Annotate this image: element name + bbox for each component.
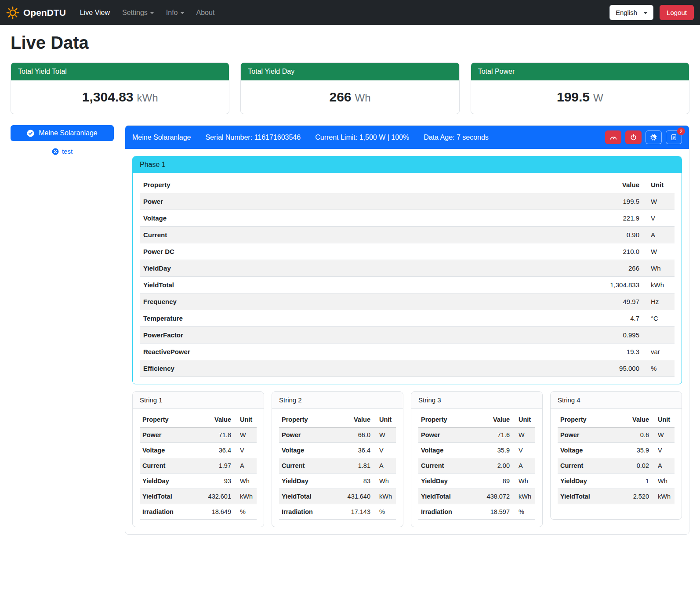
cell-property: YieldDay [418,474,481,489]
nav-info[interactable]: Info [160,5,190,20]
card-total-yield-day: Total Yield Day 266Wh [240,62,459,114]
cell-property: YieldTotal [140,489,202,504]
cell-value: 19.3 [590,344,643,360]
table-row: YieldTotal432.601kWh [140,489,257,504]
cell-unit: A [652,458,675,474]
content-row: Meine Solaranlage test Meine Solaranlage… [11,125,689,535]
sidebar-item-test[interactable]: test [11,148,114,155]
event-log-button[interactable]: 2 [666,130,682,144]
cell-unit: % [373,504,396,520]
nav-about[interactable]: About [190,5,221,20]
cell-property: PowerFactor [140,327,590,344]
inverter-panel-body: Phase 1 Property Value Unit Power199.5WV… [125,149,689,534]
cell-property: Voltage [279,443,341,458]
card-unit: kWh [137,92,158,104]
table-row: Current1.81A [279,458,396,474]
cell-property: YieldTotal [140,277,590,293]
table-row: YieldDay89Wh [418,474,535,489]
cell-unit: kWh [643,277,675,293]
cell-value: 1.97 [202,458,234,474]
table-row: Irradiation18.597% [418,504,535,520]
power-button[interactable] [625,130,642,144]
header-property: Property [140,177,590,193]
card-body: 1,304.83kWh [11,80,229,114]
cell-property: YieldTotal [279,489,341,504]
cell-unit: Wh [373,474,396,489]
string-4-title: String 4 [551,392,682,409]
cell-property: Power [418,427,481,443]
limit-settings-button[interactable] [605,130,621,144]
table-row: Current1.97A [140,458,257,474]
cell-value: 266 [590,260,643,277]
cell-property: Power [140,193,590,210]
cell-unit: Hz [643,293,675,310]
header-value: Value [341,412,373,427]
page-title: Live Data [11,33,689,53]
cell-value: 199.5 [590,193,643,210]
cell-value: 36.4 [202,443,234,458]
brand[interactable]: OpenDTU [6,6,66,19]
cell-unit: kWh [512,489,535,504]
table-row: YieldTotal431.640kWh [279,489,396,504]
header-value: Value [590,177,643,193]
cell-value: 49.97 [590,293,643,310]
header-value: Value [620,412,652,427]
cell-value: 71.6 [481,427,512,443]
cell-unit: W [373,427,396,443]
header-value: Value [481,412,512,427]
cell-unit: W [234,427,257,443]
cell-property: Voltage [140,210,590,227]
journal-icon [670,134,678,141]
cell-property: YieldDay [140,260,590,277]
cell-property: Temperature [140,310,590,327]
table-row: Power71.6W [418,427,535,443]
card-value: 266 [329,90,351,104]
string-3-card: String 3 Property Value Unit Power71.6WV… [411,391,543,527]
header-property: Property [140,412,202,427]
cell-property: Efficiency [140,360,590,377]
cell-value: 0.995 [590,327,643,344]
cell-property: Current [140,458,202,474]
table-row: Voltage35.9V [418,443,535,458]
table-row: Power0.6W [558,427,675,443]
table-row: Power199.5W [140,193,675,210]
nav-settings[interactable]: Settings [116,5,160,20]
inverter-panel: Meine Solaranlage Serial Number: 1161716… [125,125,689,535]
header-value: Value [202,412,234,427]
restart-button[interactable] [646,130,662,144]
string-4-table: Property Value Unit Power0.6WVoltage35.9… [558,412,675,504]
language-value: English [616,9,637,16]
cell-value: 35.9 [481,443,512,458]
language-select[interactable]: English [609,5,653,20]
check-circle-icon [27,130,34,137]
table-row: Temperature4.7°C [140,310,675,327]
cell-value: 93 [202,474,234,489]
cell-unit: % [512,504,535,520]
cell-property: Power [279,427,341,443]
cell-property: YieldTotal [418,489,481,504]
cpu-icon [650,134,657,141]
logout-button[interactable]: Logout [660,5,694,20]
inverter-limit: Current Limit: 1,500 W | 100% [315,134,409,141]
card-unit: W [593,92,603,104]
cell-value: 0.90 [590,227,643,243]
card-unit: Wh [355,92,371,104]
sidebar-item-meine-solaranlage[interactable]: Meine Solaranlage [11,125,114,141]
chevron-down-icon [150,12,154,14]
cell-unit: °C [643,310,675,327]
nav-live-view[interactable]: Live View [74,5,116,20]
string-2-card: String 2 Property Value Unit Power66.0WV… [272,391,403,527]
card-value: 199.5 [557,90,590,104]
event-count-badge: 2 [677,127,685,135]
inverter-sidebar: Meine Solaranlage test [11,125,114,155]
cell-value: 71.8 [202,427,234,443]
header-property: Property [279,412,341,427]
cell-value: 431.640 [341,489,373,504]
cell-property: Irradiation [418,504,481,520]
cell-property: YieldTotal [558,489,620,504]
header-unit: Unit [643,177,675,193]
cell-value: 210.0 [590,243,643,260]
cell-value: 2.520 [620,489,652,504]
cell-property: Frequency [140,293,590,310]
inverter-serial: Serial Number: 116171603546 [205,134,301,141]
